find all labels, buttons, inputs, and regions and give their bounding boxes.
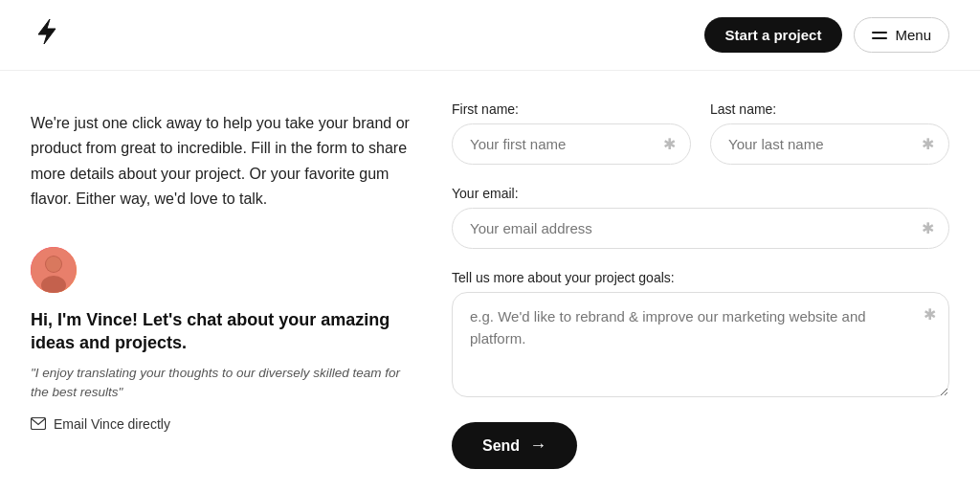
last-name-input-wrapper: ✱ — [710, 123, 949, 165]
contact-form: First name: ✱ Last name: ✱ Your email: — [452, 101, 949, 482]
vince-heading: Hi, I'm Vince! Let's chat about your ama… — [31, 308, 413, 355]
start-project-button[interactable]: Start a project — [704, 17, 843, 53]
project-group: Tell us more about your project goals: ✱ — [452, 270, 949, 401]
intro-text: We're just one click away to help you ta… — [31, 111, 413, 212]
last-name-group: Last name: ✱ — [710, 101, 949, 165]
hamburger-icon — [872, 32, 887, 39]
main-content: We're just one click away to help you ta… — [0, 71, 980, 482]
email-input-wrapper: ✱ — [452, 208, 949, 249]
project-row: Tell us more about your project goals: ✱ — [452, 270, 949, 401]
email-vince-link[interactable]: Email Vince directly — [31, 416, 413, 433]
last-name-label: Last name: — [710, 101, 949, 117]
email-label: Your email: — [452, 186, 949, 201]
email-row: Your email: ✱ — [452, 186, 949, 249]
left-panel: We're just one click away to help you ta… — [31, 101, 413, 482]
project-textarea-wrapper: ✱ — [452, 292, 949, 401]
email-input[interactable] — [452, 208, 949, 249]
email-icon — [31, 416, 46, 433]
vince-quote: "I enjoy translating your thoughts to ou… — [31, 364, 413, 403]
menu-button[interactable]: Menu — [854, 17, 949, 53]
project-label: Tell us more about your project goals: — [452, 270, 949, 285]
logo — [31, 15, 63, 55]
send-button[interactable]: Send → — [452, 422, 577, 469]
name-row: First name: ✱ Last name: ✱ — [452, 101, 949, 165]
email-vince-label: Email Vince directly — [54, 416, 170, 432]
first-name-input-wrapper: ✱ — [452, 123, 691, 165]
last-name-input[interactable] — [710, 123, 949, 165]
menu-label: Menu — [895, 27, 931, 43]
avatar — [31, 247, 77, 293]
first-name-label: First name: — [452, 101, 691, 117]
project-textarea[interactable] — [452, 292, 949, 397]
vince-section: Hi, I'm Vince! Let's chat about your ama… — [31, 247, 413, 433]
header-actions: Start a project Menu — [704, 17, 949, 53]
send-label: Send — [482, 437, 520, 455]
svg-point-3 — [46, 257, 61, 272]
email-group: Your email: ✱ — [452, 186, 949, 249]
header: Start a project Menu — [0, 0, 980, 71]
first-name-group: First name: ✱ — [452, 101, 691, 165]
first-name-input[interactable] — [452, 123, 691, 165]
arrow-right-icon: → — [529, 436, 546, 456]
